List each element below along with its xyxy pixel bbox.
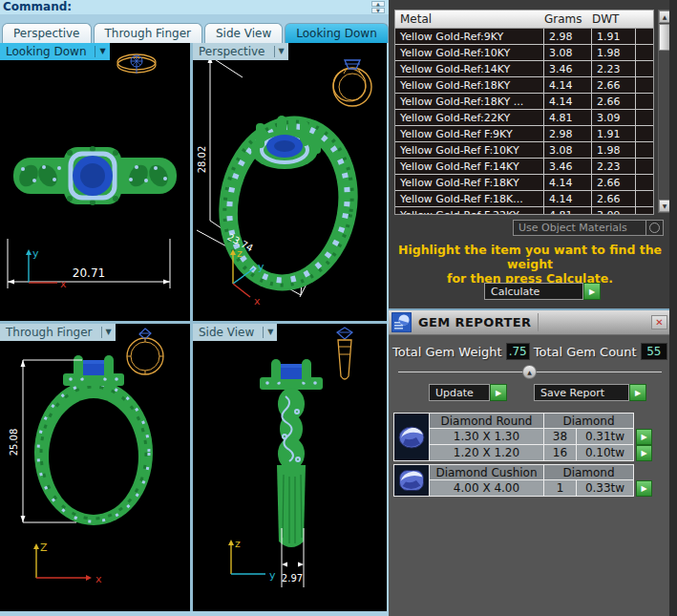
axis-z-label: z	[237, 247, 243, 260]
gem-reporter-icon	[391, 312, 412, 332]
viewport-through-finger[interactable]: Through Finger ▼	[0, 324, 190, 611]
gem-totals: Total Gem Weight .75 Total Gem Count 55	[389, 343, 671, 360]
instruction-text: Highlight the item you want to find the …	[389, 243, 671, 286]
metal-table-row[interactable]: Yellow Gold-Ref F:18K...4.142.66	[395, 191, 653, 207]
calculate-button[interactable]: Calculate ▶	[484, 283, 601, 300]
gem-buttons: Update ▶ Save Report ▶	[429, 384, 671, 401]
gem-data-row[interactable]: 4.00 X 4.00 1 0.33tw ▶	[430, 480, 652, 497]
save-report-label: Save Report	[534, 384, 629, 401]
axis-z-label: z	[235, 538, 241, 550]
metal-table-row[interactable]: Yellow Gold-Ref:10KY3.081.98	[395, 45, 653, 61]
gem-table: Diamond Round Diamond 1.30 X 1.30 38 0.3…	[393, 413, 671, 497]
dimension-width	[8, 239, 170, 288]
panel-expander: ▲	[389, 365, 671, 379]
play-icon[interactable]: ▶	[629, 384, 646, 401]
viewport-grid: Looking Down ▼	[0, 43, 387, 611]
ring-thumbnail-icon	[114, 48, 159, 78]
axis-z-label: Z	[40, 542, 48, 554]
update-label: Update	[429, 384, 490, 401]
metal-table-row[interactable]: Yellow Gold-Ref F:14KY3.462.23	[395, 159, 653, 175]
matrix-cad-window: { "colors": { "active_tab": "#39bce9", "…	[0, 0, 677, 616]
total-count-value: 55	[641, 343, 667, 360]
viewport-tab-bar: Perspective Through Finger Side View Loo…	[0, 14, 389, 43]
scroll-down-icon[interactable]: ▼	[371, 8, 385, 13]
tab-through-finger[interactable]: Through Finger	[94, 23, 203, 43]
metal-weight-table: Metal Grams DWT Yellow Gold-Ref:9KY2.981…	[394, 10, 654, 215]
metal-table-row[interactable]: Yellow Gold-Ref:9KY2.981.91	[395, 29, 653, 45]
close-icon[interactable]: ✕	[651, 315, 667, 329]
select-gems-button[interactable]: ▶	[636, 445, 652, 461]
radio-circle-icon	[649, 223, 660, 233]
update-button[interactable]: Update ▶	[429, 384, 507, 401]
gem-reporter-panel: GEM REPORTER ✕ Total Gem Weight .75 Tota…	[389, 308, 671, 616]
gem-group-round: Diamond Round Diamond 1.30 X 1.30 38 0.3…	[393, 413, 671, 461]
metal-table-row[interactable]: Yellow Gold-Ref:18KY ...4.142.66	[395, 94, 653, 110]
chevron-down-icon: ▼	[279, 48, 285, 55]
tab-side-view[interactable]: Side View	[204, 23, 283, 43]
command-history-scrollbar: ▲ ▼	[371, 1, 385, 13]
tab-perspective[interactable]: Perspective	[2, 23, 92, 43]
col-grams: Grams	[544, 12, 592, 26]
gem-reporter-titlebar: GEM REPORTER ✕	[389, 310, 671, 335]
viewport-title-side-view[interactable]: Side View ▼	[193, 324, 277, 341]
viewport-title-looking-down[interactable]: Looking Down ▼	[0, 43, 110, 60]
metal-table-body: Yellow Gold-Ref:9KY2.981.91 Yellow Gold-…	[395, 29, 653, 214]
metal-table-row[interactable]: Yellow Gold-Ref F:18KY4.142.66	[395, 175, 653, 191]
axis-indicator: y x	[26, 247, 67, 290]
axis-y-label: y	[269, 569, 276, 582]
metal-table-row[interactable]: Yellow Gold-Ref F:9KY2.981.91	[395, 126, 653, 142]
scroll-up-icon[interactable]: ▲	[371, 1, 385, 7]
axis-indicator: Z x	[33, 542, 102, 585]
metal-table-row[interactable]: Yellow Gold-Ref:18KY4.142.66	[395, 77, 653, 94]
metal-table-row[interactable]: Yellow Gold-Ref F:22KY4.813.09	[395, 207, 653, 214]
viewport-perspective[interactable]: Perspective ▼	[193, 43, 387, 321]
ring-thumbnail-icon	[326, 326, 364, 385]
gem-data-row[interactable]: 1.30 X 1.30 38 0.31tw ▶	[430, 429, 652, 445]
play-icon[interactable]: ▶	[490, 384, 507, 401]
chevron-down-icon: ▼	[99, 48, 105, 55]
chevron-down-icon: ▼	[267, 329, 273, 336]
dim-height-label: 28.02	[197, 146, 207, 174]
viewport-looking-down[interactable]: Looking Down ▼	[0, 43, 190, 321]
ring-top-view: 20.71 y x	[0, 43, 190, 321]
axis-x-label: x	[254, 295, 261, 308]
axis-x-label: x	[95, 573, 102, 585]
dim-label: 25.08	[9, 429, 19, 457]
command-bar[interactable]: Command: ▲ ▼	[0, 0, 389, 14]
gem-data-row[interactable]: 1.20 X 1.20 16 0.10tw ▶	[430, 445, 652, 461]
dim-label: 20.71	[73, 266, 105, 280]
gem-header-row: Diamond Cushion Diamond	[430, 464, 652, 480]
round-gem-icon	[393, 413, 430, 461]
save-report-button[interactable]: Save Report ▶	[534, 384, 646, 401]
dim-label: 2.97	[282, 573, 303, 584]
viewport-title-through-finger[interactable]: Through Finger ▼	[0, 324, 116, 341]
col-metal: Metal	[395, 12, 544, 26]
axis-indicator: z y	[228, 538, 276, 582]
gem-group-cushion: Diamond Cushion Diamond 4.00 X 4.00 1 0.…	[393, 464, 671, 497]
metal-table-row[interactable]: Yellow Gold-Ref:14KY3.462.23	[395, 61, 653, 77]
dropdown-value: Use Object Materials	[513, 220, 646, 236]
metal-table-header: Metal Grams DWT	[395, 11, 653, 29]
total-count-label: Total Gem Count	[534, 345, 637, 359]
weight-calculator-panel: Metal Grams DWT Yellow Gold-Ref:9KY2.981…	[389, 0, 677, 616]
viewport-title-perspective[interactable]: Perspective ▼	[193, 43, 288, 60]
calculate-label: Calculate	[484, 283, 583, 300]
collapse-arrow-icon[interactable]: ▲	[522, 365, 537, 379]
select-gems-button[interactable]: ▶	[636, 480, 652, 497]
cushion-gem-icon	[393, 464, 430, 497]
chevron-down-icon: ▼	[106, 329, 112, 336]
use-object-materials-dropdown[interactable]: Use Object Materials	[513, 220, 664, 236]
play-icon[interactable]: ▶	[583, 283, 601, 300]
col-dwt: DWT	[592, 12, 636, 26]
select-gems-button[interactable]: ▶	[636, 429, 652, 445]
command-prompt-label: Command:	[0, 1, 72, 13]
axis-y-label: y	[258, 261, 264, 273]
dropdown-toggle[interactable]	[646, 220, 664, 236]
metal-table-row[interactable]: Yellow Gold-Ref:22KY4.813.09	[395, 110, 653, 126]
panel-right-edge	[669, 0, 677, 616]
viewport-side-view[interactable]: Side View ▼	[193, 324, 387, 611]
metal-table-row[interactable]: Yellow Gold-Ref F:10KY3.081.98	[395, 142, 653, 159]
tab-looking-down[interactable]: Looking Down	[285, 23, 388, 43]
cad-area: Command: ▲ ▼ Perspective Through Finger …	[0, 0, 389, 616]
axis-y-label: y	[32, 247, 39, 260]
